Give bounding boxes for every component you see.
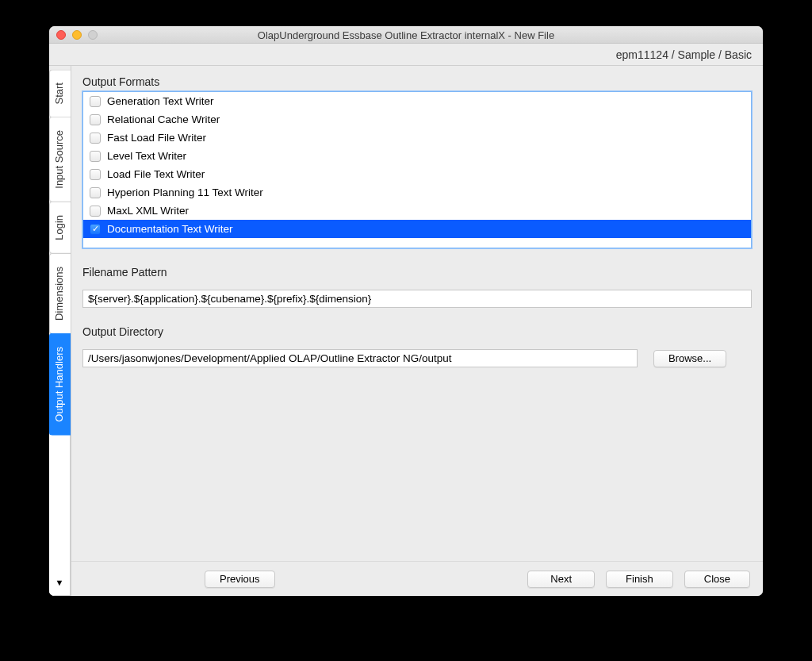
previous-button[interactable]: Previous	[205, 571, 275, 588]
list-item-label: Generation Text Writer	[107, 95, 214, 107]
side-tabs: Start Input Source Login Dimensions Outp…	[49, 66, 71, 596]
output-directory-label: Output Directory	[82, 325, 752, 338]
tab-start[interactable]: Start	[49, 69, 71, 117]
checkbox-icon[interactable]	[90, 96, 101, 107]
filename-pattern-input[interactable]	[82, 290, 752, 308]
breadcrumb: epm11124 / Sample / Basic	[49, 44, 763, 66]
window-controls	[56, 30, 98, 40]
list-item-label: Level Text Writer	[107, 150, 186, 162]
checkbox-icon[interactable]	[90, 169, 101, 180]
checkbox-icon[interactable]	[90, 133, 101, 144]
list-item[interactable]: Generation Text Writer	[83, 92, 751, 110]
list-item[interactable]: MaxL XML Writer	[83, 202, 751, 220]
window-title: OlapUnderground Essbase Outline Extracto…	[49, 28, 763, 41]
titlebar: OlapUnderground Essbase Outline Extracto…	[49, 26, 763, 44]
wizard-footer: Previous Next Finish Close	[71, 561, 763, 596]
list-item[interactable]: ✓ Documentation Text Writer	[83, 220, 751, 238]
checkbox-icon[interactable]	[90, 151, 101, 162]
checkbox-icon[interactable]	[90, 206, 101, 217]
app-window: OlapUnderground Essbase Outline Extracto…	[49, 26, 763, 596]
list-item[interactable]: Fast Load File Writer	[83, 129, 751, 147]
filename-pattern-label: Filename Pattern	[82, 266, 752, 279]
list-item-label: Fast Load File Writer	[107, 132, 206, 144]
tab-input-source[interactable]: Input Source	[49, 117, 71, 202]
main-panel: Output Formats Generation Text Writer Re…	[71, 66, 763, 596]
close-window-icon[interactable]	[56, 30, 66, 40]
browse-button[interactable]: Browse...	[653, 350, 726, 367]
output-formats-list[interactable]: Generation Text Writer Relational Cache …	[82, 91, 752, 248]
output-directory-input[interactable]	[82, 349, 638, 367]
checkbox-icon[interactable]	[90, 114, 101, 125]
list-item[interactable]: Relational Cache Writer	[83, 110, 751, 129]
list-item[interactable]: Hyperion Planning 11 Text Writer	[83, 183, 751, 202]
tab-login[interactable]: Login	[49, 202, 71, 254]
list-item-label: Hyperion Planning 11 Text Writer	[107, 186, 263, 198]
zoom-window-icon[interactable]	[88, 30, 98, 40]
tab-output-handlers[interactable]: Output Handlers	[49, 333, 71, 436]
tab-overflow[interactable]: ▼	[49, 435, 71, 596]
close-button[interactable]: Close	[684, 571, 750, 588]
checkbox-icon[interactable]	[90, 187, 101, 198]
tab-dimensions[interactable]: Dimensions	[49, 253, 71, 334]
checkbox-icon[interactable]: ✓	[90, 224, 101, 235]
list-item-label: Documentation Text Writer	[107, 223, 233, 235]
window-body: Start Input Source Login Dimensions Outp…	[49, 66, 763, 596]
next-button[interactable]: Next	[527, 571, 595, 588]
output-formats-label: Output Formats	[82, 75, 752, 88]
list-item-label: Load File Text Writer	[107, 168, 205, 180]
list-item[interactable]: Load File Text Writer	[83, 165, 751, 183]
finish-button[interactable]: Finish	[606, 571, 673, 588]
list-item-label: MaxL XML Writer	[107, 205, 189, 217]
list-item-label: Relational Cache Writer	[107, 113, 220, 125]
list-item[interactable]: Level Text Writer	[83, 147, 751, 165]
minimize-window-icon[interactable]	[72, 30, 82, 40]
